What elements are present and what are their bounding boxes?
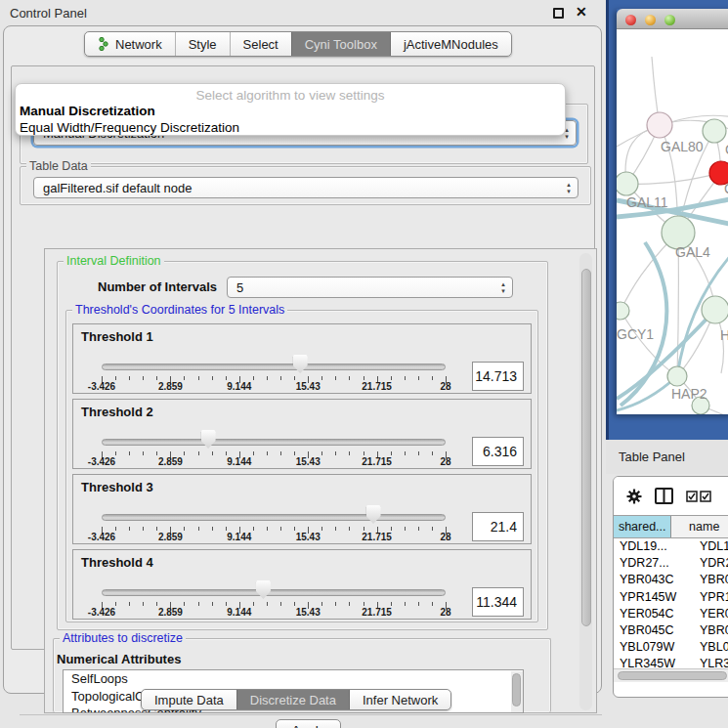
popup-item-manual-discretization[interactable]: Manual Discretization [20, 104, 155, 118]
cell-name[interactable]: YBR0 [692, 622, 728, 639]
close-traffic-light-icon[interactable] [625, 15, 636, 25]
slider-tick [335, 527, 336, 531]
network-node-label: GCY1 [617, 326, 654, 342]
slider-tick [391, 376, 392, 380]
slider-tick [156, 602, 157, 606]
slider-thumb[interactable] [293, 355, 308, 373]
slider-tick-label: -3.426 [88, 381, 115, 392]
table-row[interactable]: YBR045CYBR0 [614, 622, 728, 639]
slider-thumb[interactable] [256, 580, 271, 599]
network-node[interactable] [617, 172, 638, 195]
slider-tick [349, 376, 350, 380]
tab-impute-data[interactable]: Impute Data [142, 690, 236, 709]
network-node[interactable] [702, 296, 728, 323]
slider-tick-label: 21.715 [362, 456, 392, 467]
column-layout-button[interactable] [655, 488, 673, 504]
slider-tick [198, 451, 199, 455]
cell-shared-name[interactable]: YLR345W [614, 656, 692, 667]
close-icon[interactable]: ✕ [576, 4, 587, 20]
slider-track[interactable] [102, 589, 446, 596]
cell-shared-name[interactable]: YBR043C [614, 572, 692, 588]
attributes-scrollbar[interactable] [511, 671, 523, 713]
network-node[interactable] [647, 112, 672, 138]
slider-tick-label: -3.426 [88, 532, 115, 542]
slider-tick [391, 527, 392, 531]
threshold-value-field[interactable]: 6.316 [472, 437, 524, 466]
settings-scrollbar-thumb[interactable] [581, 269, 591, 626]
cell-name[interactable]: YLR3 [692, 656, 728, 667]
cell-shared-name[interactable]: YBL079W [614, 639, 692, 656]
threshold-stack: Threshold 1-3.4262.8599.14415.4321.71528… [72, 323, 532, 624]
popup-item-equal-width-frequency[interactable]: Equal Width/Frequency Discretization [20, 120, 239, 135]
slider-tick [226, 527, 227, 531]
table-row[interactable]: YDR27...YDR2 [614, 555, 728, 572]
table-row[interactable]: YER054CYER0 [614, 606, 728, 622]
threshold-label: Threshold 3 [81, 480, 153, 494]
slider-tick [143, 376, 144, 380]
slider-tick-label: 28 [440, 532, 450, 542]
zoom-traffic-light-icon[interactable] [664, 15, 675, 25]
tab-discretize-data[interactable]: Discretize Data [236, 690, 349, 709]
network-window-titlebar[interactable] [617, 9, 728, 29]
column-header-name[interactable]: name [671, 516, 728, 537]
network-canvas[interactable]: GAL80G.CGAL11GAL4GCY1HHAP2 [617, 29, 728, 414]
network-node[interactable] [703, 119, 726, 143]
table-row[interactable]: YLR345WYLR3 [614, 656, 728, 667]
cell-shared-name[interactable]: YBR045C [614, 622, 692, 639]
cell-shared-name[interactable]: YDL19... [614, 538, 692, 555]
slider-tick [335, 602, 336, 606]
float-window-icon[interactable] [553, 8, 564, 19]
cell-name[interactable]: YPR1 [692, 589, 728, 606]
slider-track[interactable] [102, 439, 446, 446]
tab-jactivemnodules-label: jActiveMNodules [404, 37, 498, 52]
cell-shared-name[interactable]: YER054C [614, 606, 692, 622]
slider-track[interactable] [102, 364, 446, 370]
table-body: YDL19...YDL1YDR27...YDR2YBR043CYBR0YPR14… [614, 538, 728, 667]
slider-tick-label: 9.144 [227, 532, 251, 542]
cell-name[interactable]: YER0 [692, 606, 728, 622]
network-node[interactable] [617, 302, 629, 320]
cell-name[interactable]: YBR0 [692, 572, 728, 588]
tab-style-label: Style [189, 37, 217, 52]
slider-tick [253, 451, 254, 455]
threshold-value-field[interactable]: 14.713 [472, 362, 524, 391]
threshold-value-field[interactable]: 21.4 [472, 512, 524, 541]
minimize-traffic-light-icon[interactable] [645, 15, 656, 25]
table-row[interactable]: YDL19...YDL1 [614, 538, 728, 555]
cell-shared-name[interactable]: YDR27... [614, 555, 692, 572]
combo-arrows-icon: ▴▾ [560, 181, 578, 194]
slider-tick [198, 602, 199, 606]
column-header-shared-name[interactable]: shared... [614, 516, 671, 537]
threshold-value-field[interactable]: 11.344 [472, 587, 524, 617]
slider-thumb[interactable] [366, 505, 381, 524]
tab-jactivemnodules[interactable]: jActiveMNodules [390, 32, 511, 56]
slider-tick [115, 451, 116, 455]
table-row[interactable]: YBL079WYBL0 [614, 639, 728, 656]
tab-infer-network[interactable]: Infer Network [349, 690, 450, 709]
cell-name[interactable]: YBL0 [692, 639, 728, 656]
attribute-list-item[interactable]: SelfLoops [64, 670, 523, 688]
tab-style[interactable]: Style [175, 32, 230, 56]
slider-track[interactable] [102, 514, 446, 521]
tab-network[interactable]: Network [85, 32, 175, 56]
cell-name[interactable]: YDR2 [692, 555, 728, 572]
settings-scrollbar[interactable] [579, 253, 592, 710]
attributes-scrollbar-thumb[interactable] [512, 673, 521, 707]
cell-name[interactable]: YDL1 [692, 538, 728, 555]
table-row[interactable]: YPR145WYPR1 [614, 589, 728, 606]
table-data-combobox[interactable]: galFiltered.sif default node ▴▾ [33, 177, 578, 198]
network-node[interactable] [667, 366, 687, 386]
slider-tick-label: 15.43 [296, 456, 321, 467]
table-horizontal-scrollbar-thumb[interactable] [618, 671, 727, 680]
apply-button[interactable]: Apply [276, 719, 341, 728]
tab-cyni-toolbox[interactable]: Cyni Toolbox [291, 32, 390, 56]
number-of-intervals-spinner[interactable]: 5 ▴▾ [227, 277, 513, 298]
threshold-panel-3: Threshold 3-3.4262.8599.14415.4321.71528… [72, 474, 532, 544]
table-horizontal-scrollbar[interactable] [614, 668, 728, 682]
select-columns-button[interactable] [686, 491, 711, 502]
table-row[interactable]: YBR043CYBR0 [614, 572, 728, 588]
table-settings-button[interactable] [626, 489, 642, 504]
tab-select[interactable]: Select [230, 32, 291, 56]
cell-shared-name[interactable]: YPR145W [614, 589, 692, 606]
slider-thumb[interactable] [201, 430, 216, 449]
